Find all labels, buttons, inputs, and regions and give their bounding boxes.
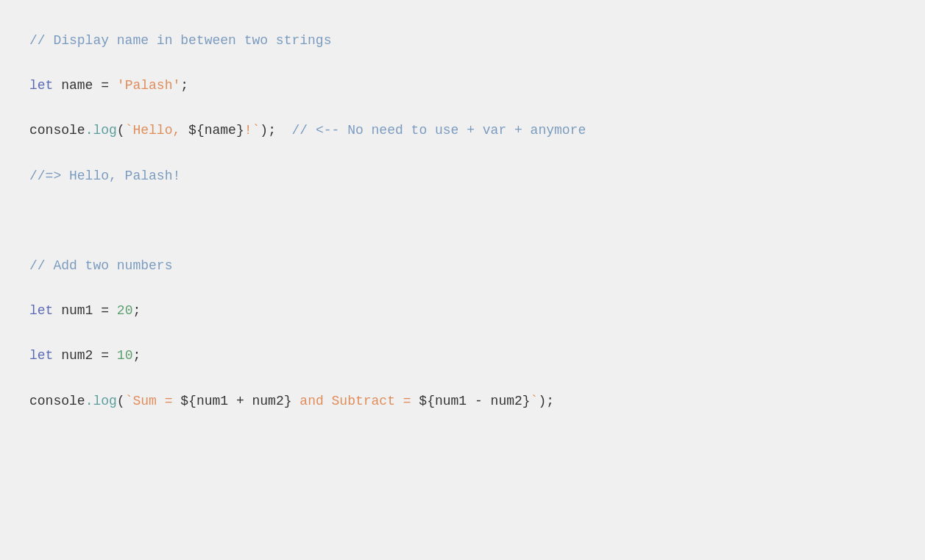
code-spacer: [29, 232, 896, 255]
code-token: }: [522, 394, 531, 408]
code-token: ${: [180, 394, 196, 408]
code-token: }: [236, 123, 244, 138]
code-token: let: [29, 303, 53, 318]
code-spacer: [29, 277, 896, 300]
code-line: console.log(`Sum = ${num1 + num2} and Su…: [29, 390, 896, 413]
code-token: ${: [419, 394, 435, 408]
code-line: let num2 = 10;: [29, 344, 896, 367]
code-token: num2: [53, 348, 101, 363]
code-token: `Hello,: [125, 123, 188, 138]
code-token: //=> Hello, Palash!: [29, 169, 180, 183]
code-spacer: [29, 97, 896, 120]
code-token: ;: [132, 303, 141, 318]
code-token: (: [117, 123, 125, 138]
code-token: let: [29, 348, 53, 363]
code-token: num1 - num2: [435, 394, 522, 408]
code-token: .log: [85, 394, 117, 408]
code-token: num1 + num2: [196, 394, 284, 408]
code-comment: // Add two numbers: [29, 255, 896, 277]
code-token: 20: [109, 303, 132, 318]
code-token: =: [101, 348, 109, 363]
code-token: `: [531, 394, 539, 408]
code-token: (: [117, 394, 125, 408]
code-token: =: [101, 303, 109, 318]
code-token: ): [538, 394, 546, 408]
code-comment: // Display name in between two strings: [29, 29, 896, 52]
code-spacer: [29, 210, 896, 233]
code-token: 'Palash': [109, 78, 180, 93]
code-token: name: [53, 78, 101, 93]
code-spacer: [29, 367, 896, 390]
code-line: let num1 = 20;: [29, 300, 896, 322]
code-token: !`: [244, 123, 261, 138]
code-token: .log: [85, 123, 117, 138]
code-token: console: [29, 394, 85, 408]
code-spacer: [29, 142, 896, 165]
code-token: ): [260, 123, 268, 138]
code-token: `Sum =: [125, 394, 181, 408]
code-line: let name = 'Palash';: [29, 74, 896, 97]
code-container: // Display name in between two stringsle…: [0, 0, 925, 560]
code-block: // Display name in between two stringsle…: [29, 29, 896, 412]
code-line: console.log(`Hello, ${name}!`); // <-- N…: [29, 119, 896, 142]
code-token: // <-- No need to use + var + anymore: [292, 123, 586, 138]
code-line: //=> Hello, Palash!: [29, 165, 896, 188]
code-spacer: [29, 322, 896, 345]
code-token: ;: [180, 78, 188, 93]
code-token: num1: [53, 303, 101, 318]
code-token: and Subtract =: [292, 394, 419, 408]
code-token: ;: [268, 123, 291, 138]
code-token: 10: [109, 348, 132, 363]
code-token: console: [29, 123, 85, 138]
code-token: let: [29, 78, 53, 93]
code-token: ;: [546, 394, 554, 408]
code-token: ;: [132, 348, 141, 363]
code-token: name: [205, 123, 236, 138]
code-token: =: [101, 78, 109, 93]
code-spacer: [29, 187, 896, 210]
code-token: }: [284, 394, 292, 408]
code-token: ${: [188, 123, 205, 138]
code-spacer: [29, 52, 896, 75]
